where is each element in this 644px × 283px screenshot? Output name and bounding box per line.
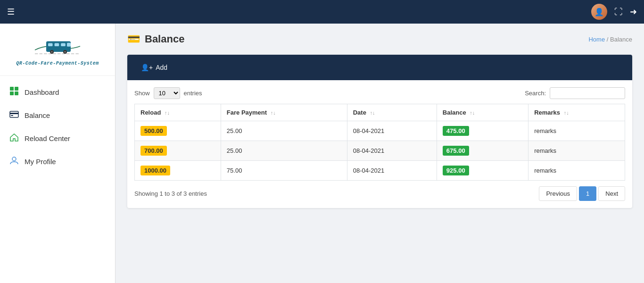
search-input[interactable]: [550, 87, 625, 99]
cell-date: 08-04-2021: [347, 121, 437, 141]
balance-icon: [9, 109, 19, 121]
card-header: 👤+ Add: [127, 55, 632, 80]
hamburger-icon[interactable]: ☰: [7, 7, 15, 17]
breadcrumb-home[interactable]: Home: [588, 36, 605, 43]
nav-menu: Dashboard Balance Reload Center: [0, 76, 115, 283]
table-row: 700.0025.0008-04-2021675.00remarks: [135, 141, 625, 161]
col-balance-label: Balance: [443, 109, 466, 116]
svg-rect-12: [10, 92, 14, 95]
previous-button[interactable]: Previous: [539, 186, 577, 201]
next-button[interactable]: Next: [598, 186, 625, 201]
cell-reload: 700.00: [135, 141, 221, 161]
sidebar-item-balance[interactable]: Balance: [0, 104, 115, 127]
sort-balance-icon: ↑↓: [470, 110, 475, 116]
svg-point-7: [64, 51, 66, 52]
col-fare-payment[interactable]: Fare Payment ↑↓: [221, 104, 347, 121]
logo-icon: [29, 33, 86, 59]
sidebar-item-dashboard[interactable]: Dashboard: [0, 81, 115, 104]
home-icon: [9, 133, 19, 144]
cell-balance: 925.00: [437, 161, 528, 181]
table-header-row: Reload ↑↓ Fare Payment ↑↓ Date ↑↓: [135, 104, 625, 121]
page-title-icon: 💳: [127, 33, 140, 45]
sort-date-icon: ↑↓: [370, 110, 375, 116]
avatar[interactable]: 👤: [591, 4, 607, 20]
content-area: 💳 Balance Home / Balance 👤+ Add: [116, 24, 644, 283]
add-button[interactable]: 👤+ Add: [134, 60, 174, 75]
cell-date: 08-04-2021: [347, 141, 437, 161]
col-date[interactable]: Date ↑↓: [347, 104, 437, 121]
sidebar-item-my-profile[interactable]: My Profile: [0, 150, 115, 173]
svg-rect-16: [11, 115, 13, 116]
svg-rect-3: [61, 43, 66, 46]
cell-remarks: remarks: [528, 141, 625, 161]
sidebar-item-reload-center-label: Reload Center: [25, 134, 70, 142]
main-layout: QR-Code-Fare-Payment-System Dashboard Ba…: [0, 24, 644, 283]
svg-rect-10: [10, 87, 14, 91]
sidebar-item-reload-center[interactable]: Reload Center: [0, 127, 115, 150]
table-footer: Showing 1 to 3 of 3 entries Previous 1 N…: [134, 186, 625, 201]
person-icon: [9, 156, 19, 167]
pagination-info: Showing 1 to 3 of 3 entries: [134, 190, 207, 197]
cell-fare-payment: 25.00: [221, 141, 347, 161]
entries-select[interactable]: 10 25 50 100: [154, 87, 180, 99]
svg-rect-13: [15, 92, 18, 95]
table-row: 500.0025.0008-04-2021475.00remarks: [135, 121, 625, 141]
reload-badge: 1000.00: [140, 166, 170, 175]
col-remarks[interactable]: Remarks ↑↓: [528, 104, 625, 121]
data-table: Reload ↑↓ Fare Payment ↑↓ Date ↑↓: [134, 104, 625, 181]
bus-svg: [34, 37, 81, 56]
svg-rect-2: [55, 43, 59, 46]
svg-point-5: [51, 51, 52, 52]
col-balance[interactable]: Balance ↑↓: [437, 104, 528, 121]
balance-badge: 925.00: [443, 166, 469, 175]
svg-rect-8: [67, 42, 71, 46]
page-header: 💳 Balance Home / Balance: [127, 33, 632, 45]
logout-icon[interactable]: ➜: [630, 7, 637, 17]
svg-rect-1: [48, 43, 53, 46]
balance-badge: 675.00: [443, 146, 469, 156]
cell-balance: 675.00: [437, 141, 528, 161]
add-button-label: Add: [156, 64, 167, 71]
reload-badge: 700.00: [140, 146, 167, 156]
page-title-wrap: 💳 Balance: [127, 33, 184, 45]
breadcrumb-separator: /: [607, 36, 609, 43]
svg-point-17: [12, 157, 16, 161]
search-label: Search:: [525, 90, 546, 97]
cell-balance: 475.00: [437, 121, 528, 141]
page-1-button[interactable]: 1: [579, 186, 596, 201]
show-label: Show: [134, 90, 150, 97]
pagination: Previous 1 Next: [539, 186, 625, 201]
search-wrap: Search:: [525, 87, 625, 99]
svg-rect-11: [15, 87, 18, 91]
navbar-right: 👤 ⛶ ➜: [591, 4, 637, 20]
sidebar: QR-Code-Fare-Payment-System Dashboard Ba…: [0, 24, 116, 283]
sort-reload-icon: ↑↓: [165, 110, 170, 116]
svg-rect-14: [10, 111, 18, 117]
sidebar-item-my-profile-label: My Profile: [25, 158, 56, 166]
col-remarks-label: Remarks: [534, 109, 560, 116]
sort-remarks-icon: ↑↓: [564, 110, 569, 116]
add-icon: 👤+: [141, 64, 153, 71]
cell-remarks: remarks: [528, 121, 625, 141]
reload-badge: 500.00: [140, 126, 167, 136]
navbar-left: ☰: [7, 7, 15, 17]
breadcrumb-current: Balance: [610, 36, 632, 43]
sidebar-item-balance-label: Balance: [25, 111, 50, 119]
entries-label: entries: [184, 90, 202, 97]
cell-remarks: remarks: [528, 161, 625, 181]
cell-fare-payment: 25.00: [221, 121, 347, 141]
table-row: 1000.0075.0008-04-2021925.00remarks: [135, 161, 625, 181]
show-entries: Show 10 25 50 100 entries: [134, 87, 202, 99]
sidebar-item-dashboard-label: Dashboard: [25, 88, 59, 96]
cell-date: 08-04-2021: [347, 161, 437, 181]
logo-area: QR-Code-Fare-Payment-System: [0, 24, 115, 76]
expand-icon[interactable]: ⛶: [614, 7, 623, 17]
cell-reload: 500.00: [135, 121, 221, 141]
main-card: 👤+ Add Show 10 25 50 100 entri: [127, 55, 632, 208]
table-controls: Show 10 25 50 100 entries Search:: [134, 87, 625, 99]
cell-reload: 1000.00: [135, 161, 221, 181]
col-reload[interactable]: Reload ↑↓: [135, 104, 221, 121]
card-body: Show 10 25 50 100 entries Search:: [127, 80, 632, 208]
page-title: Balance: [145, 33, 184, 45]
svg-rect-0: [46, 41, 71, 51]
